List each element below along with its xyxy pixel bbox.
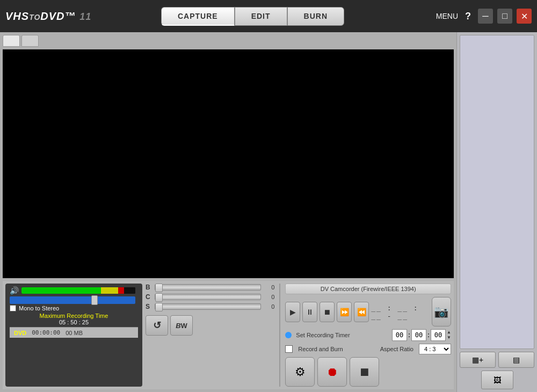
app-logo: VHSTODVD™ 11 — [5, 10, 91, 23]
fast-forward-button[interactable]: ⏩ — [337, 302, 352, 322]
volume-slider[interactable] — [10, 296, 135, 304]
aspect-ratio-label: Aspect Ratio — [380, 346, 413, 352]
record-button[interactable]: ⏺ — [317, 357, 347, 387]
right-button-1[interactable]: ▦+ — [460, 352, 496, 368]
timer-minutes-input[interactable] — [411, 329, 426, 341]
timer-spinner[interactable]: ▲ ▼ — [447, 330, 451, 340]
vu-yellow-bar — [101, 287, 118, 294]
record-burn-checkbox[interactable] — [285, 345, 293, 353]
menu-button[interactable]: MENU — [436, 12, 458, 20]
contrast-row: C 0 — [146, 293, 274, 301]
nav-buttons: CAPTURE EDIT BURN — [161, 7, 344, 26]
video-tab-1[interactable] — [3, 35, 20, 47]
brightness-row: B 0 — [146, 284, 274, 291]
minimize-button[interactable]: ─ — [478, 9, 493, 24]
volume-icon: 🔊 — [10, 286, 19, 295]
grid-plus-icon: ▦+ — [472, 355, 483, 364]
vu-meter — [21, 287, 135, 294]
contrast-label: C — [146, 293, 152, 301]
timer-seconds-input[interactable] — [431, 329, 446, 341]
device-label: DV Camcorder (Firewire/IEEE 1394) — [285, 284, 451, 294]
right-panel: ▦+ ▤ 🖼 — [456, 32, 537, 392]
help-button[interactable]: ? — [465, 11, 471, 22]
timer-row: Set Recording Timer : : ▲ ▼ — [285, 329, 451, 341]
right-button-3[interactable]: 🖼 — [481, 371, 513, 389]
timer-indicator — [285, 332, 292, 338]
contrast-value: 0 — [264, 294, 274, 300]
action-buttons: ⚙ ⏺ ⏹ — [285, 357, 451, 387]
volume-top: 🔊 — [10, 286, 138, 295]
volume-slider-thumb[interactable] — [91, 295, 98, 305]
mono-stereo-row: Mono to Stereo — [10, 305, 138, 311]
mono-stereo-checkbox[interactable] — [10, 305, 16, 311]
timer-label: Set Recording Timer — [296, 332, 388, 338]
controls-row1: 🔊 — [5, 284, 451, 387]
saturation-slider[interactable] — [155, 303, 261, 310]
controls-bar: 🔊 — [3, 281, 454, 389]
mono-stereo-label: Mono to Stereo — [19, 305, 59, 311]
aspect-ratio-select[interactable]: 4 : 3 16 : 9 — [419, 344, 451, 354]
brightness-slider[interactable] — [155, 284, 261, 291]
device-controls: ▶ ⏸ ⏹ ⏩ ⏪ __ : __ : __ - __ 📷 — [285, 297, 451, 326]
status-time: 00:00:00 — [32, 329, 60, 336]
stop-action-button[interactable]: ⏹ — [350, 357, 379, 387]
device-section: DV Camcorder (Firewire/IEEE 1394) ▶ ⏸ ⏹ … — [285, 284, 451, 387]
settings-button[interactable]: ⚙ — [285, 357, 315, 387]
edit-nav-button[interactable]: EDIT — [235, 7, 287, 26]
rewind-button[interactable]: ⏪ — [354, 302, 369, 322]
vu-red-bar — [118, 287, 124, 294]
record-burn-label: Record and Burn — [298, 346, 374, 352]
vu-empty-bar — [124, 287, 135, 294]
timer-inputs: : : ▲ ▼ — [392, 329, 451, 341]
reset-button[interactable]: ↺ — [146, 315, 168, 336]
saturation-value: 0 — [264, 303, 274, 310]
timer-sep-2: : — [427, 331, 430, 339]
settings-icon: ⚙ — [295, 365, 306, 379]
right-buttons-row1: ▦+ ▤ — [460, 352, 534, 368]
right-preview-area — [460, 35, 534, 349]
right-button-2[interactable]: ▤ — [498, 352, 534, 368]
brightness-value: 0 — [264, 284, 274, 291]
timecode-display: __ : __ : __ - __ — [371, 304, 429, 320]
close-button[interactable]: ✕ — [517, 9, 532, 24]
record-icon: ⏺ — [326, 365, 338, 379]
grid-icon: ▤ — [513, 355, 520, 364]
vu-green-bar — [21, 287, 101, 294]
timer-hours-input[interactable] — [392, 329, 407, 341]
stop-button[interactable]: ⏹ — [320, 302, 335, 322]
bw-button[interactable]: BW — [170, 315, 193, 336]
capture-nav-button[interactable]: CAPTURE — [161, 7, 235, 26]
spinner-up[interactable]: ▲ — [447, 330, 451, 335]
vertical-divider — [279, 284, 280, 387]
left-panel: 🔊 — [0, 32, 456, 392]
stop-icon: ⏹ — [359, 365, 371, 379]
record-burn-row: Record and Burn Aspect Ratio 4 : 3 16 : … — [285, 344, 451, 354]
spinner-down[interactable]: ▼ — [447, 335, 451, 340]
brightness-thumb[interactable] — [155, 284, 163, 292]
special-buttons: ↺ BW — [146, 315, 274, 336]
max-recording-time-label: Maximum Recording Time — [10, 313, 138, 319]
play-button[interactable]: ▶ — [285, 302, 300, 322]
main-content: 🔊 — [0, 32, 537, 392]
pause-button[interactable]: ⏸ — [302, 302, 317, 322]
saturation-thumb[interactable] — [155, 303, 163, 311]
contrast-thumb[interactable] — [155, 293, 163, 302]
video-preview — [3, 49, 454, 278]
video-tab-2[interactable] — [21, 35, 39, 47]
timer-sep-1: : — [408, 331, 410, 339]
image-icon: 🖼 — [494, 376, 501, 384]
saturation-row: S 0 — [146, 303, 274, 310]
status-dvd-label: DVD — [14, 330, 26, 336]
saturation-label: S — [146, 303, 152, 310]
burn-nav-button[interactable]: BURN — [287, 7, 344, 26]
bcg-section: B 0 C 0 S — [146, 284, 274, 387]
window-controls: MENU ? ─ □ ✕ — [436, 9, 532, 24]
maximize-button[interactable]: □ — [497, 9, 512, 24]
brightness-label: B — [146, 284, 152, 291]
right-buttons-row2: 🖼 — [460, 371, 534, 389]
max-recording-time-value: 05 : 50 : 25 — [10, 319, 138, 325]
camera-capture-button[interactable]: 📷 — [432, 297, 451, 326]
status-bar: DVD 00:00:00 00 MB — [10, 327, 138, 338]
contrast-slider[interactable] — [155, 294, 261, 300]
volume-section: 🔊 — [5, 284, 142, 387]
